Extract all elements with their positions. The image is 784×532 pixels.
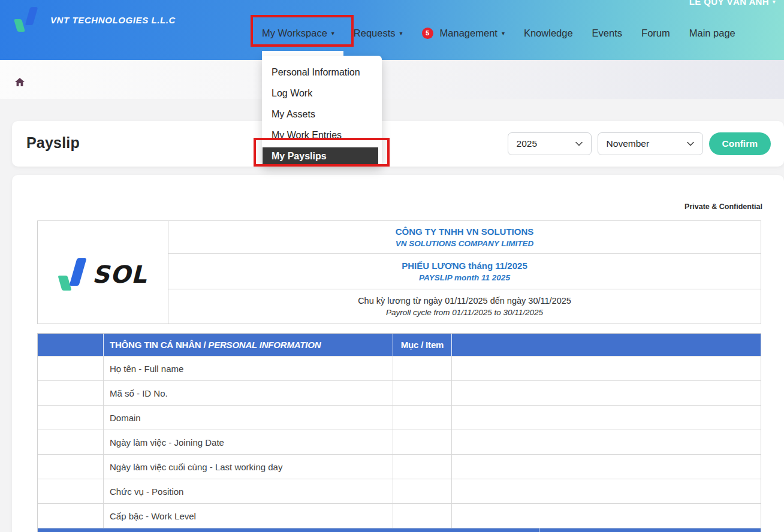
sol-logo-text: SOL: [92, 261, 147, 288]
caret-down-icon: ▾: [331, 31, 334, 37]
table-row: Cấp bậc - Work Level: [38, 503, 761, 528]
user-name: LÊ QUÝ VĂN ANH: [689, 0, 769, 7]
breadcrumb: [0, 60, 784, 99]
personal-info-header-vi: THÔNG TIN CÁ NHÂN /: [110, 340, 208, 350]
year-select-value: 2025: [517, 138, 537, 149]
caret-down-icon: ▾: [773, 0, 776, 5]
brand-name: VNT TECHNOLOGIES L.L.C: [50, 15, 176, 25]
row-label: Cấp bậc - Work Level: [104, 504, 393, 528]
menu-item-log-work[interactable]: Log Work: [262, 83, 382, 104]
nav-management-label: Management: [440, 28, 497, 39]
sol-logo-icon: [59, 256, 88, 289]
personal-info-header-en: PERSONAL INFORMATION: [208, 340, 321, 350]
chevron-down-icon: [575, 141, 583, 146]
brand[interactable]: VNT TECHNOLOGIES L.L.C: [13, 6, 176, 34]
row-label: Ngày làm việc - Joining Date: [104, 430, 393, 454]
nav-knowledge[interactable]: Knowledge: [524, 28, 573, 39]
nav-events[interactable]: Events: [592, 28, 622, 39]
company-name-vi: CÔNG TY TNHH VN SOLUTIONS: [396, 226, 534, 237]
row-label: Mã số - ID No.: [104, 381, 393, 405]
menu-item-my-payslips[interactable]: My Payslips: [263, 147, 378, 165]
menu-item-personal-information[interactable]: Personal Information: [262, 62, 382, 83]
confidential-label: Private & Confidential: [685, 202, 762, 211]
month-select-value: November: [607, 138, 650, 149]
table-row: Họ tên - Full name: [38, 356, 761, 380]
table-row: Ngày làm việc - Joining Date: [38, 430, 761, 454]
payslip-document: Private & Confidential SOL CÔNG TY TNHH …: [12, 175, 784, 532]
confirm-button[interactable]: Confirm: [709, 132, 771, 155]
nav-events-label: Events: [592, 28, 622, 39]
month-select[interactable]: November: [598, 132, 703, 155]
row-label: Domain: [104, 406, 393, 430]
row-label: Ngày làm việc cuối cùng - Last working d…: [104, 455, 393, 479]
brand-logo-icon: [13, 6, 42, 34]
nav-management[interactable]: 5 Management ▾: [422, 28, 505, 39]
nav-my-workspace[interactable]: My Workspace ▾: [262, 28, 334, 39]
nav-forum[interactable]: Forum: [641, 28, 670, 39]
row-label: Họ tên - Full name: [104, 356, 393, 380]
payslip-title-en: PAYSLIP month 11 2025: [419, 273, 510, 282]
caret-down-icon: ▾: [502, 31, 505, 37]
table-row: Mã số - ID No.: [38, 380, 761, 405]
year-select[interactable]: 2025: [508, 132, 592, 155]
payslip-toolbar: Payslip 2025 November Confirm: [12, 121, 784, 167]
item-column-header: Mục / Item: [393, 334, 452, 356]
home-icon[interactable]: [15, 78, 25, 86]
personal-info-table-header: THÔNG TIN CÁ NHÂN / PERSONAL INFORMATION…: [38, 334, 761, 356]
table-row: Ngày làm việc cuối cùng - Last working d…: [38, 454, 761, 479]
payslip-header-table: SOL CÔNG TY TNHH VN SOLUTIONS VN SOLUTIO…: [37, 220, 761, 324]
caret-down-icon: ▾: [400, 31, 403, 37]
row-label: Chức vụ - Position: [104, 479, 393, 503]
company-name-en: VN SOLUTIONS COMPANY LIMITED: [396, 239, 534, 248]
user-menu[interactable]: LÊ QUÝ VĂN ANH ▾: [689, 0, 776, 7]
payroll-cycle-en: Payroll cycle from 01/11/2025 to 30/11/2…: [386, 308, 543, 317]
chevron-down-icon: [687, 141, 694, 146]
page-title: Payslip: [26, 134, 80, 152]
personal-info-table: THÔNG TIN CÁ NHÂN / PERSONAL INFORMATION…: [37, 333, 761, 532]
workspace-dropdown: Personal Information Log Work My Assets …: [262, 56, 382, 166]
nav-requests[interactable]: Requests ▾: [354, 28, 403, 39]
nav-main-page[interactable]: Main page: [689, 28, 735, 39]
table-row: Chức vụ - Position: [38, 479, 761, 503]
nav-main-page-label: Main page: [689, 28, 735, 39]
payslip-controls: 2025 November Confirm: [508, 132, 771, 155]
nav-knowledge-label: Knowledge: [524, 28, 573, 39]
table-row: Domain: [38, 405, 761, 430]
company-logo: SOL: [38, 221, 168, 324]
nav-my-workspace-label: My Workspace: [262, 28, 327, 39]
top-navbar: VNT TECHNOLOGIES L.L.C My Workspace ▾ Re…: [0, 0, 784, 60]
menu-item-my-assets[interactable]: My Assets: [262, 104, 382, 125]
next-section-header: [38, 528, 761, 532]
nav-forum-label: Forum: [641, 28, 670, 39]
notification-badge: 5: [422, 28, 433, 39]
payslip-title-vi: PHIẾU LƯƠNG tháng 11/2025: [402, 261, 527, 271]
nav-requests-label: Requests: [354, 28, 396, 39]
menu-item-my-work-entries[interactable]: My Work Entries: [262, 125, 382, 146]
payroll-cycle-vi: Chu kỳ lương từ ngày 01/11/2025 đến ngày…: [358, 296, 571, 306]
